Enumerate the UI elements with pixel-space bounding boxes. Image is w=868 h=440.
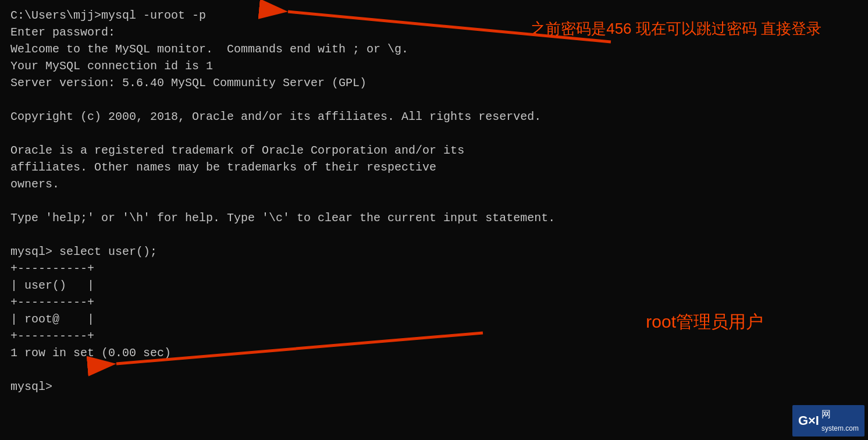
watermark-text: 网system.com <box>821 407 859 434</box>
watermark-url: system.com <box>821 424 859 432</box>
annotation-top: 之前密码是456 现在可以跳过密码 直接登录 <box>531 17 821 40</box>
terminal-output: C:\Users\mjj>mysql -uroot -p Enter passw… <box>10 7 858 395</box>
watermark-logo: G×I <box>798 411 819 430</box>
watermark: G×I 网system.com <box>792 405 865 437</box>
terminal-window: C:\Users\mjj>mysql -uroot -p Enter passw… <box>0 0 868 440</box>
annotation-bottom: root管理员用户 <box>646 308 763 335</box>
